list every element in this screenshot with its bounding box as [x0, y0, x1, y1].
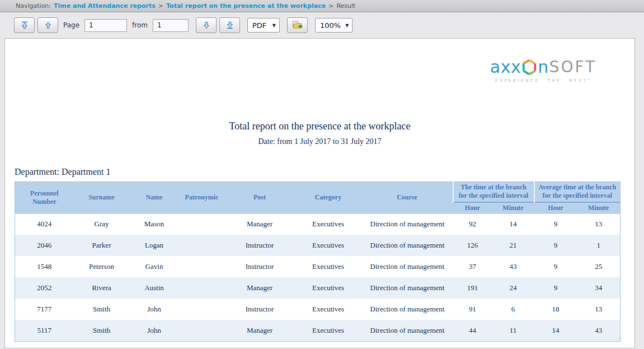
- report-title: Total report on the presence at the work…: [5, 120, 634, 132]
- export-button[interactable]: [287, 17, 308, 33]
- breadcrumb-link-time-attendance-reports[interactable]: Time and Attendance reports: [54, 2, 156, 10]
- table-cell: 37: [453, 256, 492, 277]
- app-root: { "breadcrumb": { "prefix": "Navigation:…: [0, 0, 644, 349]
- table-cell: 2046: [15, 235, 74, 256]
- table-cell: 9: [534, 277, 577, 299]
- table-cell: John: [130, 299, 179, 320]
- table-cell: 21: [492, 235, 534, 256]
- table-cell: Mason: [130, 213, 179, 235]
- column-header-name: Name: [130, 182, 179, 214]
- logo-text-axx: axx: [490, 57, 521, 77]
- table-cell: 1548: [15, 256, 74, 277]
- table-cell: Rivera: [74, 277, 130, 299]
- table-cell: 7177: [15, 299, 74, 320]
- column-header-surname: Surname: [74, 182, 130, 214]
- table-cell: 4024: [15, 213, 74, 235]
- report-table-head: Personnel Number Surname Name Patronymic…: [15, 182, 621, 214]
- last-page-button[interactable]: [219, 17, 240, 33]
- table-cell: Direction of management: [362, 235, 453, 256]
- logo-text-n: n: [538, 57, 549, 77]
- table-row: 5117SmithJohnManagerExecutivesDirection …: [15, 320, 621, 341]
- logo-tagline: EXPERIENCE THE NEXT°: [481, 78, 605, 83]
- table-cell: 25: [577, 256, 621, 277]
- table-cell: 34: [577, 277, 621, 299]
- table-cell: Parker: [74, 235, 130, 256]
- table-cell: Direction of management: [362, 320, 453, 341]
- arrow-up-to-bar-icon: [20, 21, 29, 30]
- table-cell: Executives: [295, 213, 362, 235]
- table-cell: 13: [577, 299, 621, 320]
- table-cell: 14: [534, 320, 577, 341]
- first-page-button[interactable]: [14, 17, 35, 33]
- report-table: Personnel Number Surname Name Patronymic…: [15, 182, 621, 342]
- table-cell: Gray: [74, 213, 130, 235]
- logo-text-soft: SOFT: [549, 58, 597, 76]
- table-row: 2046ParkerLoganInstructorExecutivesDirec…: [15, 235, 621, 256]
- arrow-up-icon: [44, 21, 53, 30]
- breadcrumb-link-total-report[interactable]: Total report on the presence at the work…: [166, 2, 326, 10]
- table-cell: Manager: [225, 277, 295, 299]
- table-row: 4024GrayMasonManagerExecutivesDirection …: [15, 213, 621, 235]
- column-header-course: Course: [362, 182, 453, 214]
- table-cell: John: [130, 320, 179, 341]
- breadcrumb-prefix: Navigation:: [16, 2, 51, 10]
- table-cell: 18: [534, 299, 577, 320]
- table-cell: 13: [577, 213, 621, 235]
- chevron-down-icon: ▼: [345, 23, 349, 28]
- table-cell: Executives: [295, 320, 362, 341]
- table-cell: 191: [453, 277, 492, 299]
- table-cell: 9: [534, 213, 577, 235]
- table-cell: 11: [492, 320, 534, 341]
- column-header-personnel-number: Personnel Number: [15, 182, 74, 214]
- axxonsoft-logo: axx n SOFT EXPERIENCE THE NEXT°: [481, 57, 605, 83]
- page-number-input[interactable]: [84, 19, 127, 32]
- breadcrumb: Navigation: Time and Attendance reports …: [0, 0, 644, 12]
- page-count-input[interactable]: [153, 19, 189, 32]
- table-cell: [179, 256, 225, 277]
- column-group-average-time-at-branch: Average time at the branch for the speci…: [534, 182, 621, 202]
- table-cell: Austin: [130, 277, 179, 299]
- from-label: from: [132, 21, 148, 29]
- export-format-value: PDF: [252, 21, 266, 30]
- table-cell: Smith: [74, 299, 130, 320]
- table-cell: 9: [534, 235, 577, 256]
- table-cell: 24: [492, 277, 534, 299]
- table-cell: Instructor: [225, 299, 295, 320]
- table-cell: 9: [534, 256, 577, 277]
- table-cell: Instructor: [225, 235, 295, 256]
- table-cell: Direction of management: [362, 299, 453, 320]
- previous-page-button[interactable]: [37, 17, 58, 33]
- zoom-value: 100%: [320, 21, 341, 30]
- column-header-category: Category: [295, 182, 362, 214]
- table-row: 7177SmithJohnInstructorExecutivesDirecti…: [15, 299, 621, 320]
- table-cell: 5117: [15, 320, 74, 341]
- table-cell: [179, 299, 225, 320]
- export-format-select[interactable]: PDF ▼: [247, 18, 280, 32]
- table-cell: [179, 213, 225, 235]
- table-cell: Executives: [295, 277, 362, 299]
- table-cell: Executives: [295, 299, 362, 320]
- table-cell: 44: [453, 320, 492, 341]
- table-cell: Direction of management: [362, 256, 453, 277]
- table-cell: Executives: [295, 235, 362, 256]
- breadcrumb-current-result: Result: [336, 2, 355, 10]
- table-cell: 91: [453, 299, 492, 320]
- column-header-hour: Hour: [453, 202, 492, 214]
- table-cell: Logan: [130, 235, 179, 256]
- axxonsoft-logo-wordmark: axx n SOFT: [481, 57, 605, 77]
- table-cell: [179, 235, 225, 256]
- zoom-select[interactable]: 100% ▼: [315, 18, 352, 32]
- arrow-down-to-bar-icon: [225, 21, 234, 30]
- column-header-minute: Minute: [577, 202, 621, 214]
- page-label: Page: [63, 21, 79, 29]
- table-cell: 6: [492, 299, 534, 320]
- table-cell: [179, 277, 225, 299]
- column-header-hour: Hour: [534, 202, 577, 214]
- table-cell: Manager: [225, 213, 295, 235]
- breadcrumb-separator: >: [158, 2, 163, 10]
- table-cell: 1: [577, 235, 621, 256]
- table-cell: Instructor: [225, 256, 295, 277]
- hexagon-logo-icon: [521, 58, 537, 76]
- chevron-down-icon: ▼: [272, 23, 276, 28]
- next-page-button[interactable]: [196, 17, 217, 33]
